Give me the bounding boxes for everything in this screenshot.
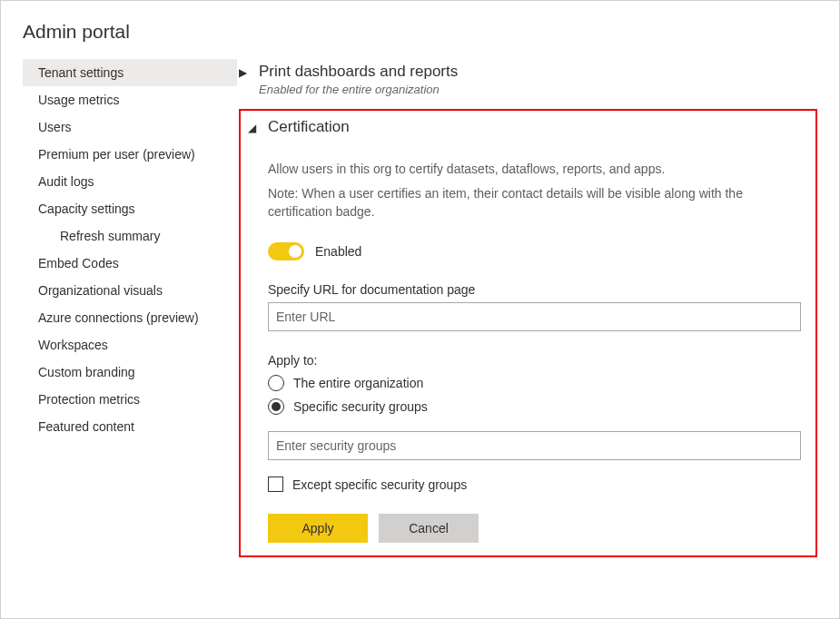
radio-icon [268, 375, 284, 391]
radio-entire-org[interactable]: The entire organization [268, 375, 801, 391]
sidebar-item-featured-content[interactable]: Featured content [23, 413, 237, 440]
setting-print-title: Print dashboards and reports [259, 63, 458, 81]
apply-button[interactable]: Apply [268, 514, 368, 543]
setting-print-header[interactable]: ▶ Print dashboards and reports Enabled f… [239, 59, 817, 100]
sidebar-item-azure-connections[interactable]: Azure connections (preview) [23, 304, 237, 331]
enabled-toggle[interactable] [268, 242, 304, 260]
caret-right-icon: ▶ [239, 63, 250, 83]
sidebar-item-workspaces[interactable]: Workspaces [23, 331, 237, 359]
radio-specific-groups-label: Specific security groups [293, 399, 428, 414]
except-groups-label: Except specific security groups [292, 477, 467, 492]
main-panel: ▶ Print dashboards and reports Enabled f… [237, 59, 839, 618]
checkbox-icon [268, 477, 283, 492]
except-groups-checkbox-row[interactable]: Except specific security groups [268, 477, 801, 492]
setting-certification-header[interactable]: ◢ Certification [248, 114, 808, 142]
sidebar-item-users[interactable]: Users [23, 113, 237, 141]
sidebar-item-protection-metrics[interactable]: Protection metrics [23, 386, 237, 413]
sidebar-item-audit-logs[interactable]: Audit logs [23, 168, 237, 195]
setting-certification-title: Certification [268, 118, 350, 136]
enabled-toggle-label: Enabled [315, 244, 361, 259]
certification-note: Note: When a user certifies an item, the… [268, 185, 801, 221]
cancel-button[interactable]: Cancel [379, 514, 479, 543]
setting-print-status: Enabled for the entire organization [259, 83, 458, 96]
security-groups-input[interactable] [268, 431, 801, 460]
sidebar-item-refresh-summary[interactable]: Refresh summary [23, 222, 237, 250]
documentation-url-input[interactable] [268, 302, 801, 331]
certification-description: Allow users in this org to certify datas… [268, 162, 801, 176]
radio-specific-groups[interactable]: Specific security groups [268, 398, 801, 415]
sidebar-item-tenant-settings[interactable]: Tenant settings [23, 59, 237, 86]
caret-down-icon: ◢ [248, 118, 259, 138]
page-title: Admin portal [1, 1, 839, 59]
toggle-knob [289, 245, 301, 258]
sidebar-item-embed-codes[interactable]: Embed Codes [23, 250, 237, 277]
certification-highlight: ◢ Certification Allow users in this org … [239, 109, 817, 557]
apply-to-label: Apply to: [268, 353, 801, 368]
sidebar-item-custom-branding[interactable]: Custom branding [23, 359, 237, 386]
radio-icon [268, 398, 284, 415]
sidebar-item-premium-per-user[interactable]: Premium per user (preview) [23, 141, 237, 168]
url-field-label: Specify URL for documentation page [268, 282, 801, 297]
sidebar-nav: Tenant settings Usage metrics Users Prem… [1, 59, 237, 618]
sidebar-item-usage-metrics[interactable]: Usage metrics [23, 86, 237, 113]
sidebar-item-capacity-settings[interactable]: Capacity settings [23, 195, 237, 222]
sidebar-item-organizational-visuals[interactable]: Organizational visuals [23, 277, 237, 304]
radio-entire-org-label: The entire organization [293, 376, 423, 390]
